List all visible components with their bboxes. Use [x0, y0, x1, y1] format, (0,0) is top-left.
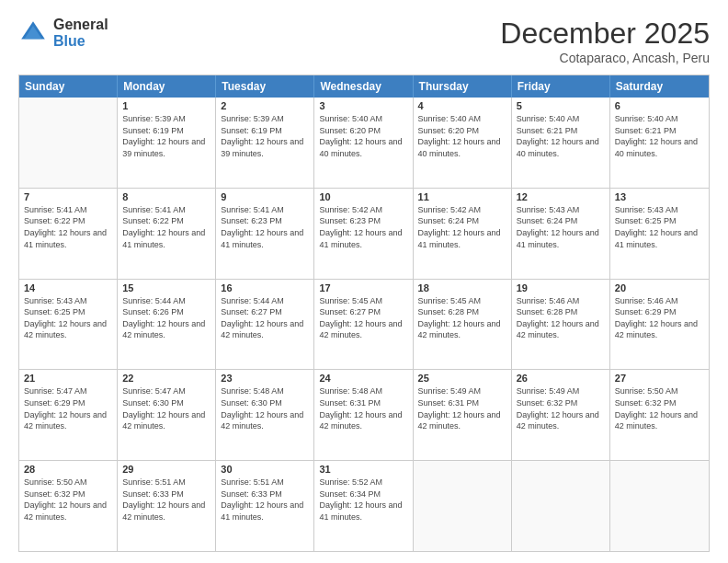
title-block: December 2025 Cotaparaco, Ancash, Peru: [500, 17, 710, 65]
calendar-cell-1-4: 11Sunrise: 5:42 AMSunset: 6:24 PMDayligh…: [414, 189, 512, 279]
day-info: Sunrise: 5:47 AMSunset: 6:30 PMDaylight:…: [122, 385, 210, 431]
day-info: Sunrise: 5:45 AMSunset: 6:28 PMDaylight:…: [418, 295, 506, 341]
day-number: 18: [418, 282, 506, 293]
calendar-cell-0-2: 2Sunrise: 5:39 AMSunset: 6:19 PMDaylight…: [216, 98, 314, 188]
logo-blue-text: Blue: [53, 33, 108, 50]
day-number: 20: [615, 282, 704, 293]
day-number: 31: [319, 464, 407, 475]
day-number: 17: [319, 282, 407, 293]
logo-general-text: General: [53, 17, 108, 33]
header-day-sunday: Sunday: [19, 75, 118, 98]
calendar-cell-2-1: 15Sunrise: 5:44 AMSunset: 6:26 PMDayligh…: [118, 280, 216, 370]
calendar-cell-3-2: 23Sunrise: 5:48 AMSunset: 6:30 PMDayligh…: [216, 370, 314, 460]
week-row-4: 28Sunrise: 5:50 AMSunset: 6:32 PMDayligh…: [19, 461, 709, 551]
day-number: 8: [122, 191, 210, 202]
calendar-cell-3-0: 21Sunrise: 5:47 AMSunset: 6:29 PMDayligh…: [19, 370, 118, 460]
day-number: 28: [24, 464, 112, 475]
month-title: December 2025: [500, 17, 710, 51]
header-day-wednesday: Wednesday: [314, 75, 413, 98]
day-number: 13: [615, 191, 704, 202]
logo: General Blue: [18, 17, 108, 49]
calendar-cell-3-5: 26Sunrise: 5:49 AMSunset: 6:32 PMDayligh…: [512, 370, 610, 460]
day-info: Sunrise: 5:48 AMSunset: 6:30 PMDaylight:…: [221, 385, 309, 431]
day-info: Sunrise: 5:41 AMSunset: 6:22 PMDaylight:…: [122, 204, 210, 250]
calendar-cell-4-2: 30Sunrise: 5:51 AMSunset: 6:33 PMDayligh…: [216, 461, 314, 551]
header-day-thursday: Thursday: [414, 75, 512, 98]
day-info: Sunrise: 5:40 AMSunset: 6:21 PMDaylight:…: [517, 113, 605, 159]
header-day-monday: Monday: [118, 75, 216, 98]
page: General Blue December 2025 Cotaparaco, A…: [0, 0, 728, 563]
calendar-cell-4-6: [610, 461, 709, 551]
day-info: Sunrise: 5:51 AMSunset: 6:33 PMDaylight:…: [122, 477, 210, 523]
calendar-cell-0-5: 5Sunrise: 5:40 AMSunset: 6:21 PMDaylight…: [512, 98, 610, 188]
calendar-cell-1-1: 8Sunrise: 5:41 AMSunset: 6:22 PMDaylight…: [118, 189, 216, 279]
calendar-header-row: SundayMondayTuesdayWednesdayThursdayFrid…: [19, 75, 709, 98]
calendar-cell-0-4: 4Sunrise: 5:40 AMSunset: 6:20 PMDaylight…: [414, 98, 512, 188]
calendar-cell-1-5: 12Sunrise: 5:43 AMSunset: 6:24 PMDayligh…: [512, 189, 610, 279]
day-number: 15: [122, 282, 210, 293]
calendar-cell-3-4: 25Sunrise: 5:49 AMSunset: 6:31 PMDayligh…: [414, 370, 512, 460]
calendar-cell-3-3: 24Sunrise: 5:48 AMSunset: 6:31 PMDayligh…: [314, 370, 413, 460]
day-info: Sunrise: 5:45 AMSunset: 6:27 PMDaylight:…: [319, 295, 407, 341]
day-info: Sunrise: 5:47 AMSunset: 6:29 PMDaylight:…: [24, 385, 112, 431]
calendar-cell-1-0: 7Sunrise: 5:41 AMSunset: 6:22 PMDaylight…: [19, 189, 118, 279]
day-info: Sunrise: 5:41 AMSunset: 6:22 PMDaylight:…: [24, 204, 112, 250]
day-info: Sunrise: 5:42 AMSunset: 6:23 PMDaylight:…: [319, 204, 407, 250]
day-info: Sunrise: 5:49 AMSunset: 6:32 PMDaylight:…: [517, 385, 605, 431]
day-number: 5: [517, 100, 605, 111]
calendar-cell-1-2: 9Sunrise: 5:41 AMSunset: 6:23 PMDaylight…: [216, 189, 314, 279]
day-info: Sunrise: 5:43 AMSunset: 6:25 PMDaylight:…: [615, 204, 704, 250]
day-number: 7: [24, 191, 112, 202]
calendar-cell-2-5: 19Sunrise: 5:46 AMSunset: 6:28 PMDayligh…: [512, 280, 610, 370]
week-row-2: 14Sunrise: 5:43 AMSunset: 6:25 PMDayligh…: [19, 280, 709, 371]
day-info: Sunrise: 5:43 AMSunset: 6:24 PMDaylight:…: [517, 204, 605, 250]
day-info: Sunrise: 5:50 AMSunset: 6:32 PMDaylight:…: [615, 385, 704, 431]
day-info: Sunrise: 5:44 AMSunset: 6:26 PMDaylight:…: [122, 295, 210, 341]
day-info: Sunrise: 5:50 AMSunset: 6:32 PMDaylight:…: [24, 477, 112, 523]
day-number: 14: [24, 282, 112, 293]
location-subtitle: Cotaparaco, Ancash, Peru: [500, 51, 710, 65]
day-info: Sunrise: 5:39 AMSunset: 6:19 PMDaylight:…: [122, 113, 210, 159]
day-number: 9: [221, 191, 309, 202]
calendar-cell-4-4: [414, 461, 512, 551]
day-info: Sunrise: 5:49 AMSunset: 6:31 PMDaylight:…: [418, 385, 506, 431]
week-row-1: 7Sunrise: 5:41 AMSunset: 6:22 PMDaylight…: [19, 189, 709, 280]
day-number: 24: [319, 373, 407, 384]
calendar-cell-0-3: 3Sunrise: 5:40 AMSunset: 6:20 PMDaylight…: [314, 98, 413, 188]
day-number: 26: [517, 373, 605, 384]
calendar-body: 1Sunrise: 5:39 AMSunset: 6:19 PMDaylight…: [19, 98, 709, 551]
day-info: Sunrise: 5:44 AMSunset: 6:27 PMDaylight:…: [221, 295, 309, 341]
day-number: 10: [319, 191, 407, 202]
day-number: 29: [122, 464, 210, 475]
calendar-cell-4-5: [512, 461, 610, 551]
day-info: Sunrise: 5:43 AMSunset: 6:25 PMDaylight:…: [24, 295, 112, 341]
calendar-cell-2-3: 17Sunrise: 5:45 AMSunset: 6:27 PMDayligh…: [314, 280, 413, 370]
day-number: 19: [517, 282, 605, 293]
calendar: SundayMondayTuesdayWednesdayThursdayFrid…: [18, 75, 710, 552]
day-number: 21: [24, 373, 112, 384]
day-number: 22: [122, 373, 210, 384]
header-day-saturday: Saturday: [610, 75, 709, 98]
header: General Blue December 2025 Cotaparaco, A…: [18, 17, 710, 65]
day-number: 1: [122, 100, 210, 111]
day-number: 4: [418, 100, 506, 111]
day-info: Sunrise: 5:51 AMSunset: 6:33 PMDaylight:…: [221, 477, 309, 523]
day-info: Sunrise: 5:39 AMSunset: 6:19 PMDaylight:…: [221, 113, 309, 159]
header-day-tuesday: Tuesday: [216, 75, 314, 98]
calendar-cell-3-6: 27Sunrise: 5:50 AMSunset: 6:32 PMDayligh…: [610, 370, 709, 460]
calendar-cell-4-1: 29Sunrise: 5:51 AMSunset: 6:33 PMDayligh…: [118, 461, 216, 551]
day-number: 30: [221, 464, 309, 475]
calendar-cell-0-0: [19, 98, 118, 188]
day-number: 27: [615, 373, 704, 384]
week-row-0: 1Sunrise: 5:39 AMSunset: 6:19 PMDaylight…: [19, 98, 709, 189]
calendar-cell-2-6: 20Sunrise: 5:46 AMSunset: 6:29 PMDayligh…: [610, 280, 709, 370]
day-info: Sunrise: 5:52 AMSunset: 6:34 PMDaylight:…: [319, 477, 407, 523]
day-info: Sunrise: 5:42 AMSunset: 6:24 PMDaylight:…: [418, 204, 506, 250]
calendar-cell-0-6: 6Sunrise: 5:40 AMSunset: 6:21 PMDaylight…: [610, 98, 709, 188]
day-number: 25: [418, 373, 506, 384]
week-row-3: 21Sunrise: 5:47 AMSunset: 6:29 PMDayligh…: [19, 370, 709, 461]
day-number: 3: [319, 100, 407, 111]
calendar-cell-1-3: 10Sunrise: 5:42 AMSunset: 6:23 PMDayligh…: [314, 189, 413, 279]
calendar-cell-2-4: 18Sunrise: 5:45 AMSunset: 6:28 PMDayligh…: [414, 280, 512, 370]
calendar-cell-4-3: 31Sunrise: 5:52 AMSunset: 6:34 PMDayligh…: [314, 461, 413, 551]
